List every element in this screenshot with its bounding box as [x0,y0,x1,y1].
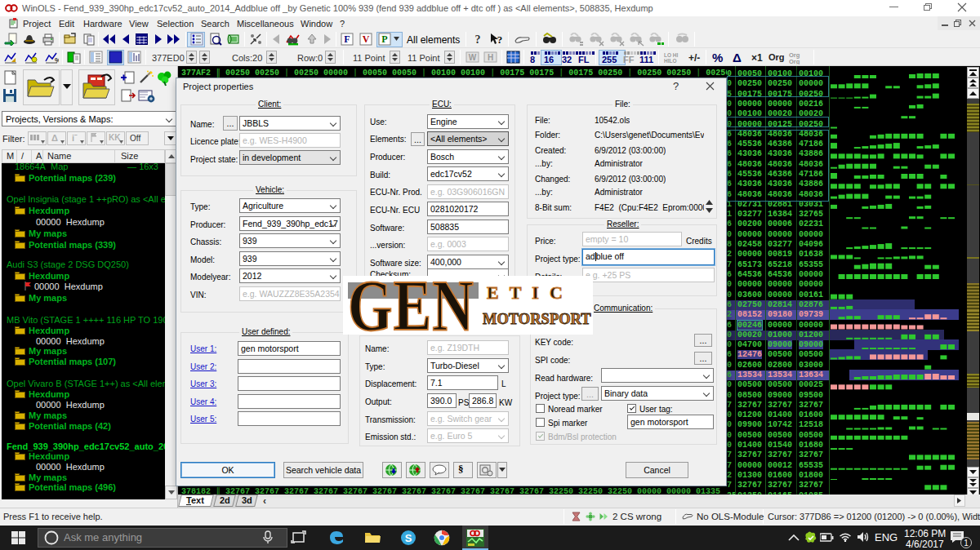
svg-text:Org: Org [789,58,800,64]
svg-text:LO HI: LO HI [664,52,679,58]
svg-text:V: V [363,33,370,45]
svg-text:H: H [488,53,493,62]
svg-text:F: F [344,33,350,45]
svg-text:FF: FF [623,55,635,64]
svg-text:P: P [381,33,387,45]
svg-text:255: 255 [602,55,617,64]
svg-text:8: 8 [530,55,535,64]
svg-text:32: 32 [562,55,572,64]
svg-text:111: 111 [639,55,653,64]
svg-text:?: ? [497,33,503,46]
svg-text:16: 16 [544,55,554,64]
svg-text:W: W [469,53,477,62]
svg-text:?: ? [475,33,481,46]
svg-text:FL: FL [578,55,590,64]
svg-text:HILO: HILO [664,58,677,64]
svg-text:S: S [405,532,412,544]
